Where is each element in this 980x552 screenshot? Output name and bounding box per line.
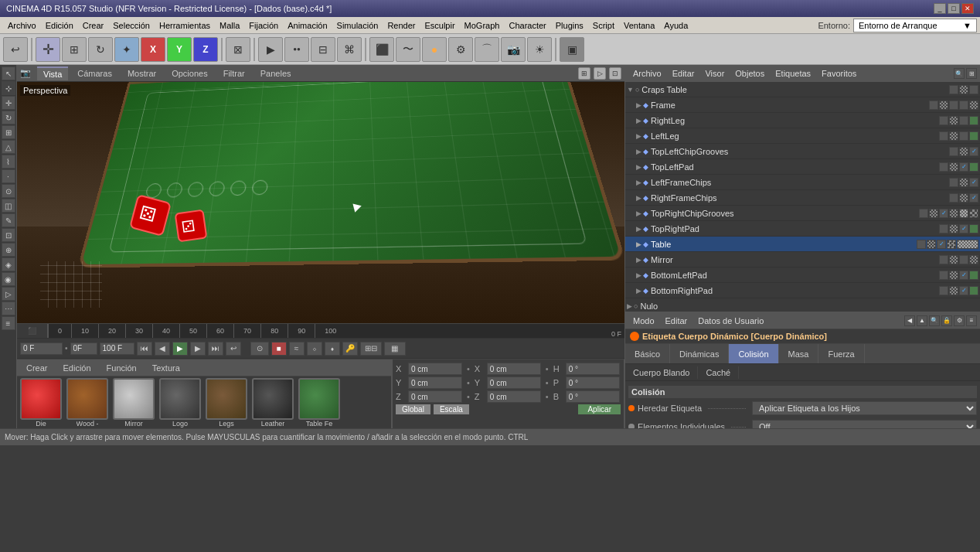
left-icon-1[interactable]: ↖ [2,66,15,80]
menu-animacion[interactable]: Animación [283,19,332,32]
material-wood[interactable]: Wood - [66,378,108,428]
x-pos-input[interactable] [408,363,462,375]
z-rot-input[interactable] [487,390,541,403]
play-button[interactable]: ▶ [172,342,188,356]
props-btn-editar[interactable]: Editar [661,315,692,326]
next-frame-button[interactable]: ▶ [190,342,206,356]
spline-icon[interactable]: 〜 [396,37,420,62]
viewport-3d[interactable]: ⚄ ⚂ Perspectiva [17,82,624,323]
light-icon[interactable]: ☀ [527,37,552,62]
y-axis[interactable]: Y [167,37,192,62]
render-icon-craps[interactable] [959,85,968,94]
tab-masa[interactable]: Masa [779,344,819,363]
scene-row-trp[interactable]: ▶ ◆ TopRightPad ✓ [625,221,980,237]
viewport-fit-icon[interactable]: ⊡ [609,67,621,80]
material-legs[interactable]: Legs [206,378,247,428]
props-btn-modo[interactable]: Modo [628,315,659,326]
col-rl[interactable] [969,116,978,125]
apply-button[interactable]: Aplicar [578,404,621,414]
record-button[interactable]: ⊙ [250,342,269,356]
x-axis[interactable]: X [141,37,165,62]
scene-row-rfc[interactable]: ▶ ◆ RightFrameChips ✓ [625,190,980,206]
prev-frame-button[interactable]: ◀ [155,342,170,356]
scene-row-mirror[interactable]: ▶ ◆ Mirror [625,252,980,267]
material-table-fe[interactable]: Table Fe [298,378,340,428]
scene-btn-objetos[interactable]: Objetos [730,68,769,79]
tab-colision[interactable]: Colisión [729,344,778,363]
frame-icon[interactable]: ⊟ [311,37,335,62]
y-rot-input[interactable] [487,377,541,389]
scene-row-brp[interactable]: ▶ ◆ BottomRightPad ✓ [625,283,980,298]
scene-row-rightleg[interactable]: ▶ ◆ RightLeg [625,113,980,128]
tab-crear[interactable]: Crear [20,362,54,374]
menu-fijacion[interactable]: Fijación [244,19,283,32]
x-rot-input[interactable] [487,363,541,375]
left-icon-poly[interactable]: △ [2,140,15,154]
col-ll[interactable] [969,131,978,141]
menu-simulacion[interactable]: Simulación [332,19,383,32]
left-icon-solo[interactable]: ◉ [2,272,15,286]
scene-btn-visor[interactable]: Visor [700,68,729,79]
menu-malla[interactable]: Malla [215,19,244,32]
vis-icon-frame[interactable] [929,101,938,110]
stop-button[interactable]: ■ [271,342,287,356]
tab-filtrar[interactable]: Filtrar [217,67,251,80]
tag1-frame[interactable] [959,101,968,110]
left-icon-extra[interactable]: ≡ [2,316,15,330]
play-icon[interactable]: ▶ [258,37,283,62]
tab-basico[interactable]: Básico [625,344,670,363]
render-button[interactable]: ▣ [560,37,584,62]
undo-button[interactable]: ↩ [3,37,28,62]
sphere-icon[interactable]: ● [422,37,447,62]
props-search-icon[interactable]: 🔍 [929,315,940,326]
scene-btn-archivo[interactable]: Archivo [628,68,666,79]
menu-script[interactable]: Script [588,19,619,32]
menu-character[interactable]: Character [504,19,550,32]
scene-row-leftleg[interactable]: ▶ ◆ LeftLeg [625,128,980,144]
props-gear-icon[interactable]: ⚙ [954,315,965,326]
lock-icon-frame[interactable] [949,101,958,110]
left-icon-uv[interactable]: ◫ [2,199,15,213]
key-all-button[interactable]: ⬦ [307,342,322,356]
left-icon-select[interactable]: ⊹ [2,81,15,95]
scene-row-blp[interactable]: ▶ ◆ BottomLeftPad ✓ [625,267,980,283]
left-icon-scale[interactable]: ⊞ [2,125,15,139]
escala-button[interactable]: Escala [434,404,469,414]
scene-btn-favoritos[interactable]: Favoritos [817,68,861,79]
tab-edicion[interactable]: Edición [57,362,97,374]
p-input[interactable] [566,377,620,389]
menu-mograph[interactable]: MoGraph [460,19,505,32]
select-tool[interactable]: ✦ [114,37,139,62]
vis-icon-rl[interactable] [939,116,948,125]
current-frame-input[interactable] [20,342,63,355]
tab-mostrar[interactable]: Mostrar [121,67,162,80]
tab-paneles[interactable]: Paneles [254,67,298,80]
left-icon-rotate[interactable]: ↻ [2,111,15,124]
scene-row-frame[interactable]: ▶ ◆ Frame [625,97,980,113]
left-icon-move[interactable]: ✛ [2,96,15,110]
go-start-button[interactable]: ⏮ [137,342,152,356]
frame-end-input[interactable] [100,342,134,355]
elementos-select[interactable]: Off [752,420,977,428]
props-back-icon[interactable]: ◀ [904,315,915,326]
cube-icon[interactable]: ⬛ [369,37,394,62]
render-icon-ll[interactable] [949,131,958,141]
tab-funcion[interactable]: Función [100,362,143,374]
props-menu-icon[interactable]: ≡ [966,315,977,326]
scene-row-lfc[interactable]: ▶ ◆ LeftFrameChips ✓ [625,175,980,190]
z-axis[interactable]: Z [193,37,218,62]
material-logo[interactable]: Logo [159,378,201,428]
scene-row-craps-table[interactable]: ▼ ○ Craps Table [625,82,980,97]
menu-esculpir[interactable]: Esculpir [420,19,459,32]
left-icon-point[interactable]: · [2,169,15,183]
scene-row-tlp[interactable]: ▶ ◆ TopLeftPad ✓ [625,159,980,175]
left-icon-render[interactable]: ▷ [2,287,15,301]
global-button[interactable]: Global [396,404,430,414]
filter-icon[interactable]: ⊞ [966,68,977,79]
menu-render[interactable]: Render [383,19,420,32]
tab-opciones[interactable]: Opciones [165,67,213,80]
tab-camaras[interactable]: Cámaras [71,67,118,80]
scene-btn-etiquetas[interactable]: Etiquetas [771,68,815,79]
maximize-button[interactable]: □ [948,3,960,14]
scale-tool[interactable]: ⊞ [62,37,87,62]
